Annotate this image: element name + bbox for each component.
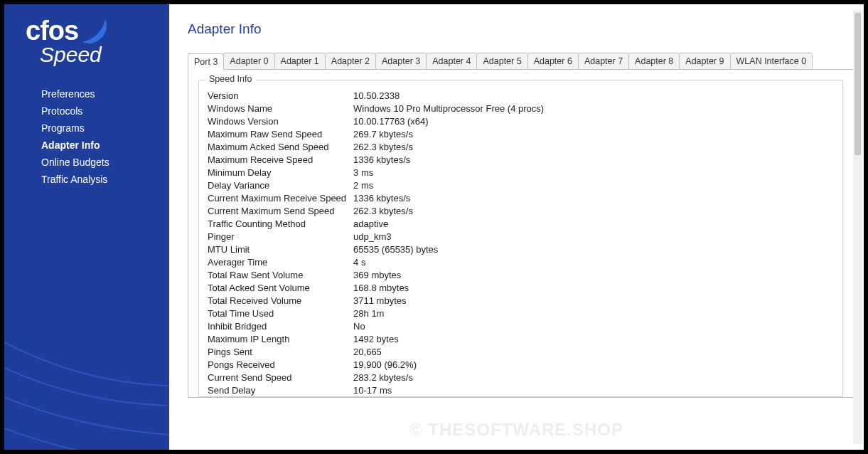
info-row: Total Received Volume3711 mbytes [208,294,547,307]
speed-info-fieldset: Speed Info Version10.50.2338Windows Name… [198,80,843,397]
info-key: Windows Name [208,102,353,115]
info-key: Send Delay [208,384,353,396]
info-value: No [353,320,547,332]
info-value: adaptive [353,217,547,230]
logo-text-speed: Speed [40,43,169,67]
info-value: 20,665 [353,345,547,358]
info-row: Total Time Used28h 1m [208,307,547,320]
info-value: 262.3 kbytes/s [353,140,547,153]
tab-adapter-3[interactable]: Adapter 3 [375,53,427,70]
info-value: 10-17 ms [353,384,547,396]
fieldset-legend: Speed Info [205,74,256,84]
sidebar-item-preferences[interactable]: Preferences [4,85,169,102]
info-row: Pongs Received19,900 (96.2%) [208,358,547,371]
info-key: MTU Limit [208,243,353,255]
info-row: Current Maximum Receive Speed1336 kbytes… [208,191,547,204]
info-row: Current Maximum Send Speed262.3 kbytes/s [208,204,547,217]
info-table: Version10.50.2338Windows NameWindows 10 … [208,89,547,396]
info-value: 28h 1m [353,307,547,320]
tab-adapter-9[interactable]: Adapter 9 [679,53,730,70]
scrollbar[interactable] [853,10,862,444]
info-key: Minimum Delay [208,166,353,179]
info-row: Total Raw Sent Volume369 mbytes [208,268,547,281]
info-value: 2 ms [353,179,547,191]
main-content: Adapter Info Port 3Adapter 0Adapter 1Ada… [169,4,864,450]
info-row: Current Send Speed283.2 kbytes/s [208,371,547,384]
info-row: Maximum Receive Speed1336 kbytes/s [208,153,547,166]
sidebar: cfos Speed PreferencesProtocolsProgramsA… [4,4,169,450]
info-value: 168.8 mbytes [353,281,547,294]
info-row: Averager Time4 s [208,255,547,268]
info-row: Maximum Acked Send Speed262.3 kbytes/s [208,140,547,153]
sidebar-item-adapter-info[interactable]: Adapter Info [4,137,169,154]
info-row: MTU Limit65535 (65535) bytes [208,243,547,255]
sidebar-item-programs[interactable]: Programs [4,120,169,137]
info-value: 3 ms [353,166,547,179]
tab-adapter-4[interactable]: Adapter 4 [426,53,477,70]
sidebar-item-protocols[interactable]: Protocols [4,102,169,120]
tab-panel: Speed Info Version10.50.2338Windows Name… [188,69,854,398]
tab-adapter-8[interactable]: Adapter 8 [628,53,680,70]
tab-port-3[interactable]: Port 3 [188,53,224,70]
info-key: Maximum Raw Send Speed [208,127,353,140]
info-key: Averager Time [208,255,353,268]
info-key: Pings Sent [208,345,353,358]
logo-text-cfos: cfos [26,17,78,44]
info-row: Pings Sent20,665 [208,345,547,358]
info-value: 10.00.17763 (x64) [353,115,547,127]
info-key: Version [208,89,353,102]
info-row: Total Acked Sent Volume168.8 mbytes [208,281,547,294]
info-value: 4 s [353,255,547,268]
tab-adapter-0[interactable]: Adapter 0 [223,53,274,70]
info-value: 10.50.2338 [353,89,547,102]
info-value: 1336 kbytes/s [353,191,547,204]
info-value: udp_km3 [353,230,547,243]
info-key: Total Time Used [208,307,353,320]
sidebar-item-online-budgets[interactable]: Online Budgets [4,154,169,171]
logo: cfos Speed [4,4,169,67]
info-value: 1336 kbytes/s [353,153,547,166]
info-key: Current Send Speed [208,371,353,384]
decorative-lines [4,165,169,450]
info-value: 262.3 kbytes/s [353,204,547,217]
tab-bar: Port 3Adapter 0Adapter 1Adapter 2Adapter… [188,53,854,70]
info-key: Pongs Received [208,358,353,371]
info-key: Maximum Receive Speed [208,153,353,166]
tab-adapter-5[interactable]: Adapter 5 [476,53,527,70]
info-key: Windows Version [208,115,353,127]
info-key: Total Received Volume [208,294,353,307]
info-key: Total Acked Sent Volume [208,281,353,294]
info-value: 283.2 kbytes/s [353,371,547,384]
info-row: Send Delay10-17 ms [208,384,547,396]
page-title: Adapter Info [188,21,854,37]
tab-adapter-6[interactable]: Adapter 6 [527,53,579,70]
info-value: 369 mbytes [353,268,547,281]
info-row: Pingerudp_km3 [208,230,547,243]
info-row: Version10.50.2338 [208,89,547,102]
info-row: Maximum Raw Send Speed269.7 kbytes/s [208,127,547,140]
info-row: Minimum Delay3 ms [208,166,547,179]
info-key: Current Maximum Receive Speed [208,191,353,204]
info-key: Total Raw Sent Volume [208,268,353,281]
info-row: Windows NameWindows 10 Pro Multiprocesso… [208,102,547,115]
tab-adapter-7[interactable]: Adapter 7 [578,53,629,70]
scroll-thumb[interactable] [854,13,861,155]
info-key: Maximum IP Length [208,332,353,345]
info-value: 1492 bytes [353,332,547,345]
info-key: Maximum Acked Send Speed [208,140,353,153]
info-key: Traffic Counting Method [208,217,353,230]
info-key: Delay Variance [208,179,353,191]
sidebar-item-traffic-analysis[interactable]: Traffic Analysis [4,171,169,188]
sidebar-nav: PreferencesProtocolsProgramsAdapter Info… [4,85,169,188]
info-value: Windows 10 Pro Multiprocessor Free (4 pr… [353,102,547,115]
info-value: 269.7 kbytes/s [353,127,547,140]
tab-adapter-2[interactable]: Adapter 2 [325,53,376,70]
tab-wlan-interface-0[interactable]: WLAN Interface 0 [730,53,813,70]
info-key: Pinger [208,230,353,243]
tab-adapter-1[interactable]: Adapter 1 [274,53,326,70]
info-value: 65535 (65535) bytes [353,243,547,255]
info-value: 19,900 (96.2%) [353,358,547,371]
info-row: Windows Version10.00.17763 (x64) [208,115,547,127]
info-row: Inhibit BridgedNo [208,320,547,332]
info-value: 3711 mbytes [353,294,547,307]
